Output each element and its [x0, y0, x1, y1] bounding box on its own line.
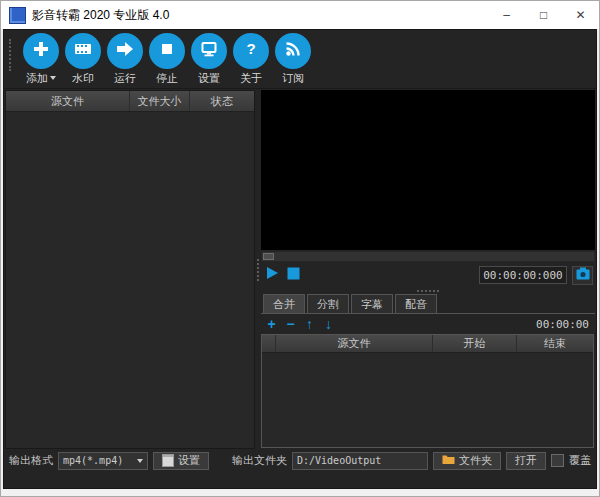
- window-controls: – □ ✕: [488, 1, 599, 29]
- output-folder-input[interactable]: D:/VideoOutput: [292, 452, 428, 470]
- titlebar: 影音转霸 2020 专业版 4.0 – □ ✕: [1, 1, 599, 29]
- app-window: 影音转霸 2020 专业版 4.0 – □ ✕ 添加: [0, 0, 600, 497]
- monitor-icon: [199, 39, 219, 63]
- move-down-icon: ↓: [325, 316, 332, 332]
- run-arrow-icon: [115, 39, 135, 63]
- stop-button[interactable]: 停止: [146, 33, 188, 86]
- stop-icon: [287, 266, 300, 284]
- subscribe-button[interactable]: 订阅: [272, 33, 314, 86]
- output-format-select[interactable]: mp4(*.mp4): [58, 452, 148, 470]
- output-format-value: mp4(*.mp4): [63, 455, 123, 466]
- rss-icon: [283, 39, 303, 63]
- clip-grid-header: 源文件 开始 结束: [262, 335, 593, 353]
- output-bar: 输出格式 mp4(*.mp4) 设置 输出文件夹 D:/VideoOutput …: [4, 450, 596, 471]
- toolbar-grip[interactable]: [9, 39, 15, 71]
- clip-toolbar: + − ↑ ↓ 00:00:00: [261, 314, 595, 334]
- column-end[interactable]: 结束: [517, 335, 593, 352]
- about-button[interactable]: ? 关于: [230, 33, 272, 86]
- close-button[interactable]: ✕: [562, 1, 599, 29]
- move-down-button[interactable]: ↓: [320, 317, 337, 332]
- snapshot-icon: [576, 266, 590, 284]
- snapshot-button[interactable]: [572, 266, 593, 285]
- folder-icon: [442, 454, 455, 467]
- tab-split[interactable]: 分割: [307, 294, 349, 313]
- clip-tabbar: 合并 分割 字幕 配音: [261, 294, 595, 314]
- settings-button[interactable]: 设置: [188, 33, 230, 86]
- window-frame: 添加 水印 运行: [1, 29, 599, 496]
- stop-playback-button[interactable]: [284, 267, 302, 284]
- window-title: 影音转霸 2020 专业版 4.0: [32, 7, 169, 24]
- preview-panel: 00:00:00:000 合并 分割 字幕 配音: [261, 90, 595, 449]
- file-list-header: 源文件 文件大小 状态: [6, 91, 254, 112]
- format-settings-button[interactable]: 设置: [153, 452, 209, 470]
- player-controls: 00:00:00:000: [261, 262, 595, 288]
- seek-handle[interactable]: [263, 253, 274, 260]
- column-source-file[interactable]: 源文件: [276, 335, 433, 352]
- output-folder-label: 输出文件夹: [232, 453, 287, 468]
- playback-time: 00:00:00:000: [479, 266, 567, 284]
- plus-icon: [31, 39, 51, 63]
- file-list-body: [6, 112, 254, 448]
- source-file-list: 源文件 文件大小 状态: [5, 90, 255, 449]
- overwrite-checkbox[interactable]: [551, 454, 564, 467]
- total-duration: 00:00:00: [536, 318, 593, 331]
- clip-grid: 源文件 开始 结束: [261, 334, 594, 448]
- add-clip-button[interactable]: +: [263, 317, 280, 332]
- add-dropdown-caret-icon: [50, 76, 56, 80]
- column-source-file[interactable]: 源文件: [6, 91, 130, 111]
- splitter-grip-icon: [417, 290, 439, 292]
- remove-clip-button[interactable]: −: [282, 317, 299, 332]
- move-up-icon: ↑: [306, 316, 313, 332]
- settings-page-icon: [162, 454, 174, 467]
- choose-folder-button[interactable]: 文件夹: [433, 452, 501, 470]
- open-folder-button[interactable]: 打开: [506, 452, 546, 470]
- main-toolbar: 添加 水印 运行: [4, 30, 596, 89]
- column-status[interactable]: 状态: [190, 91, 254, 111]
- move-up-button[interactable]: ↑: [301, 317, 318, 332]
- stop-icon: [157, 39, 177, 63]
- column-index[interactable]: [262, 335, 276, 352]
- add-clip-icon: +: [267, 316, 275, 332]
- watermark-button[interactable]: 水印: [62, 33, 104, 86]
- maximize-button[interactable]: □: [525, 1, 562, 29]
- overwrite-label: 覆盖: [569, 453, 591, 468]
- tab-dubbing[interactable]: 配音: [395, 294, 437, 313]
- add-button[interactable]: 添加: [20, 33, 62, 86]
- play-icon: [265, 266, 279, 284]
- remove-clip-icon: −: [286, 316, 294, 332]
- column-file-size[interactable]: 文件大小: [130, 91, 190, 111]
- video-preview: [261, 90, 595, 250]
- dropdown-caret-icon: [137, 459, 143, 463]
- client-area: 添加 水印 运行: [3, 29, 597, 489]
- run-button[interactable]: 运行: [104, 33, 146, 86]
- main-area: 源文件 文件大小 状态: [4, 89, 596, 450]
- column-start[interactable]: 开始: [433, 335, 517, 352]
- svg-text:?: ?: [246, 40, 255, 57]
- clip-grid-body: [262, 353, 593, 447]
- play-button[interactable]: [263, 267, 281, 284]
- output-format-label: 输出格式: [9, 453, 53, 468]
- seek-bar[interactable]: [261, 251, 595, 262]
- minimize-button[interactable]: –: [488, 1, 525, 29]
- tab-merge[interactable]: 合并: [263, 294, 305, 313]
- splitter-grip-icon: [257, 259, 259, 281]
- tab-subtitle[interactable]: 字幕: [351, 294, 393, 313]
- status-bar: [4, 471, 596, 488]
- film-icon: [73, 39, 93, 63]
- app-icon: [9, 7, 26, 24]
- question-icon: ?: [241, 39, 261, 63]
